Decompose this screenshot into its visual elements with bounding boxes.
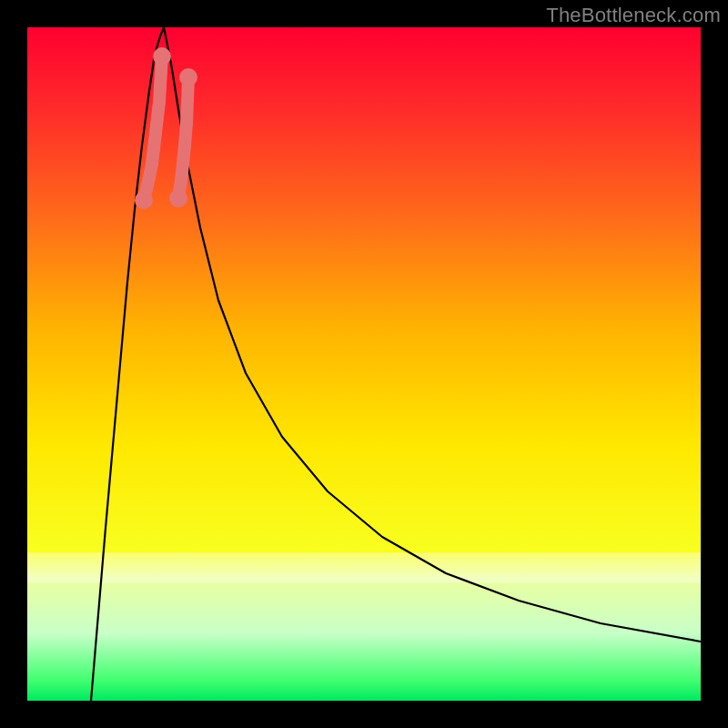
left-cluster-bead bbox=[149, 126, 162, 139]
left-cluster-bead bbox=[155, 65, 167, 77]
pale-band bbox=[27, 552, 701, 582]
left-cluster-bead bbox=[140, 183, 153, 196]
right-cluster-bead bbox=[180, 116, 193, 129]
left-cluster-bead bbox=[151, 111, 164, 124]
left-cluster-bead bbox=[146, 157, 158, 170]
gradient-background bbox=[27, 27, 701, 701]
left-cluster-bead bbox=[154, 80, 167, 93]
right-cluster-bead bbox=[175, 174, 187, 187]
plot-area bbox=[27, 27, 701, 701]
left-cluster-bead bbox=[153, 47, 171, 66]
left-cluster-bead bbox=[147, 142, 160, 155]
watermark-text: TheBottleneck.com bbox=[546, 4, 721, 27]
right-cluster-bead bbox=[181, 94, 194, 106]
left-cluster-bead bbox=[143, 171, 156, 184]
bottleneck-curve-chart bbox=[27, 27, 701, 701]
left-cluster-bead bbox=[153, 96, 166, 108]
right-cluster-bead bbox=[179, 68, 197, 86]
right-cluster-bead bbox=[177, 157, 189, 170]
right-cluster-bead bbox=[169, 189, 187, 207]
right-cluster-bead bbox=[178, 139, 191, 152]
chart-frame: TheBottleneck.com bbox=[0, 0, 728, 728]
